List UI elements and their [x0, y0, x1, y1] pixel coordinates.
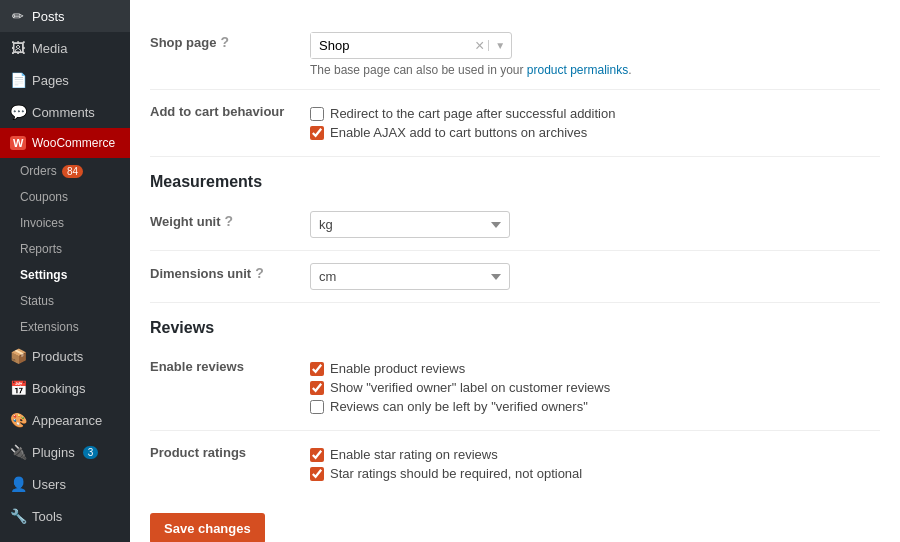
enable-reviews-row: Enable reviews Enable product reviews Sh… [150, 345, 880, 431]
add-to-cart-row: Add to cart behaviour Redirect to the ca… [150, 90, 880, 157]
dimensions-unit-label: Dimensions unit ? [150, 263, 310, 281]
save-changes-button[interactable]: Save changes [150, 513, 265, 542]
settings-panel: Shop page ? × ▼ The base page can also b… [130, 0, 900, 542]
add-to-cart-label: Add to cart behaviour [150, 102, 310, 119]
dimensions-unit-help-icon[interactable]: ? [255, 265, 264, 281]
shop-page-clear-button[interactable]: × [471, 37, 488, 55]
sidebar-item-appearance[interactable]: 🎨 Appearance [0, 404, 130, 436]
sidebar-item-status[interactable]: Status [0, 288, 130, 314]
tools-icon: 🔧 [10, 508, 26, 524]
star-rating-required-label: Star ratings should be required, not opt… [330, 466, 582, 481]
verified-owner-checkbox[interactable] [310, 381, 324, 395]
sidebar-item-extensions[interactable]: Extensions [0, 314, 130, 340]
ajax-add-to-cart-label: Enable AJAX add to cart buttons on archi… [330, 125, 587, 140]
sidebar-item-pages[interactable]: 📄 Pages [0, 64, 130, 96]
sidebar-item-bookings[interactable]: 📅 Bookings [0, 372, 130, 404]
sidebar-item-invoices[interactable]: Invoices [0, 210, 130, 236]
shop-page-dropdown-arrow[interactable]: ▼ [488, 40, 511, 51]
shop-page-help-text: The base page can also be used in your p… [310, 63, 880, 77]
sidebar-item-woocommerce[interactable]: W WooCommerce [0, 128, 130, 158]
sidebar-item-orders[interactable]: Orders 84 [0, 158, 130, 184]
shop-page-label: Shop page ? [150, 32, 310, 50]
enable-product-reviews-row: Enable product reviews [310, 361, 880, 376]
sidebar-item-products[interactable]: 📦 Products [0, 340, 130, 372]
product-permalinks-link[interactable]: product permalinks [527, 63, 628, 77]
sidebar-item-tools[interactable]: 🔧 Tools [0, 500, 130, 532]
enable-product-reviews-label: Enable product reviews [330, 361, 465, 376]
redirect-to-cart-label: Redirect to the cart page after successf… [330, 106, 615, 121]
sidebar: ✏ Posts 🖼 Media 📄 Pages 💬 Comments W Woo… [0, 0, 130, 542]
sidebar-item-coupons[interactable]: Coupons [0, 184, 130, 210]
weight-unit-select[interactable]: kg g lbs oz [310, 211, 510, 238]
redirect-to-cart-checkbox[interactable] [310, 107, 324, 121]
reviews-heading: Reviews [150, 303, 880, 345]
woocommerce-icon: W [10, 136, 26, 150]
appearance-icon: 🎨 [10, 412, 26, 428]
users-icon: 👤 [10, 476, 26, 492]
dimensions-unit-content: cm m mm in yd [310, 263, 880, 290]
media-icon: 🖼 [10, 40, 26, 56]
star-rating-required-checkbox[interactable] [310, 467, 324, 481]
weight-unit-label: Weight unit ? [150, 211, 310, 229]
product-ratings-label: Product ratings [150, 443, 310, 460]
sidebar-item-media[interactable]: 🖼 Media [0, 32, 130, 64]
measurements-heading: Measurements [150, 157, 880, 199]
reviews-only-verified-label: Reviews can only be left by "verified ow… [330, 399, 588, 414]
orders-badge: 84 [62, 165, 83, 178]
plugins-icon: 🔌 [10, 444, 26, 460]
sidebar-item-comments[interactable]: 💬 Comments [0, 96, 130, 128]
sidebar-item-settings[interactable]: Settings [0, 262, 130, 288]
weight-unit-content: kg g lbs oz [310, 211, 880, 238]
reviews-only-verified-checkbox[interactable] [310, 400, 324, 414]
verified-owner-label: Show "verified owner" label on customer … [330, 380, 610, 395]
sidebar-item-settings-main[interactable]: ⚙ Settings [0, 532, 130, 542]
posts-icon: ✏ [10, 8, 26, 24]
sidebar-item-posts[interactable]: ✏ Posts [0, 0, 130, 32]
products-icon: 📦 [10, 348, 26, 364]
shop-page-help-icon[interactable]: ? [220, 34, 229, 50]
star-rating-required-row: Star ratings should be required, not opt… [310, 466, 880, 481]
sidebar-item-reports[interactable]: Reports [0, 236, 130, 262]
bookings-icon: 📅 [10, 380, 26, 396]
ajax-add-to-cart-checkbox[interactable] [310, 126, 324, 140]
product-ratings-row: Product ratings Enable star rating on re… [150, 431, 880, 497]
main-content: Shop page ? × ▼ The base page can also b… [130, 0, 900, 542]
add-to-cart-option-2: Enable AJAX add to cart buttons on archi… [310, 125, 880, 140]
dimensions-unit-row: Dimensions unit ? cm m mm in yd [150, 251, 880, 303]
add-to-cart-option-1: Redirect to the cart page after successf… [310, 106, 880, 121]
verified-owner-row: Show "verified owner" label on customer … [310, 380, 880, 395]
plugins-badge: 3 [83, 446, 99, 459]
weight-unit-row: Weight unit ? kg g lbs oz [150, 199, 880, 251]
reviews-only-verified-row: Reviews can only be left by "verified ow… [310, 399, 880, 414]
dimensions-unit-select[interactable]: cm m mm in yd [310, 263, 510, 290]
comments-icon: 💬 [10, 104, 26, 120]
enable-star-rating-label: Enable star rating on reviews [330, 447, 498, 462]
shop-page-input[interactable] [311, 33, 471, 58]
pages-icon: 📄 [10, 72, 26, 88]
sidebar-item-users[interactable]: 👤 Users [0, 468, 130, 500]
shop-page-select-wrap: × ▼ [310, 32, 512, 59]
enable-reviews-label: Enable reviews [150, 357, 310, 374]
weight-unit-help-icon[interactable]: ? [225, 213, 234, 229]
add-to-cart-content: Redirect to the cart page after successf… [310, 102, 880, 144]
enable-star-rating-checkbox[interactable] [310, 448, 324, 462]
enable-star-rating-row: Enable star rating on reviews [310, 447, 880, 462]
shop-page-content: × ▼ The base page can also be used in yo… [310, 32, 880, 77]
enable-product-reviews-checkbox[interactable] [310, 362, 324, 376]
sidebar-item-plugins[interactable]: 🔌 Plugins 3 [0, 436, 130, 468]
product-ratings-content: Enable star rating on reviews Star ratin… [310, 443, 880, 485]
enable-reviews-content: Enable product reviews Show "verified ow… [310, 357, 880, 418]
shop-page-row: Shop page ? × ▼ The base page can also b… [150, 20, 880, 90]
